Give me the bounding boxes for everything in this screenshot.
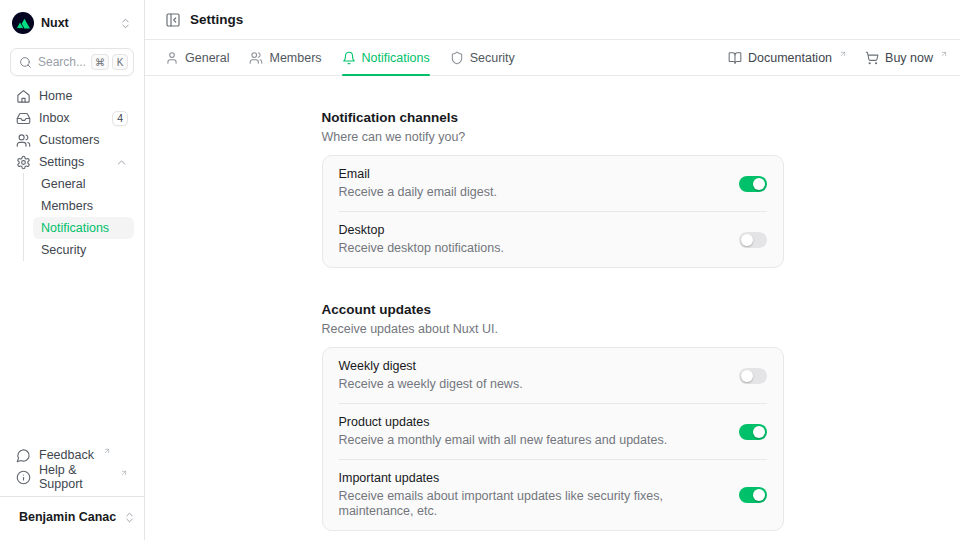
info-icon (16, 470, 31, 485)
toggle-knob (753, 178, 765, 190)
setting-text: Product updatesReceive a monthly email w… (339, 415, 723, 448)
tab-label: Security (470, 51, 515, 65)
tab-security[interactable]: Security (450, 40, 515, 75)
external-link-icon (103, 447, 111, 455)
sidebar-item-label: Inbox (39, 111, 70, 125)
chevron-up-icon (115, 156, 128, 169)
main-panel: Settings GeneralMembersNotificationsSecu… (145, 0, 960, 540)
tab-label: Notifications (362, 51, 430, 65)
sidebar-item-label: Customers (39, 133, 99, 147)
tab-members[interactable]: Members (249, 40, 321, 75)
toggle-important-updates[interactable] (739, 487, 767, 503)
kbd-k: K (112, 54, 128, 70)
search-icon (19, 56, 32, 69)
action-documentation[interactable]: Documentation (728, 51, 847, 65)
sidebar-item-customers[interactable]: Customers (10, 129, 134, 151)
tab-label: Members (269, 51, 321, 65)
sidebar-item-inbox[interactable]: Inbox4 (10, 107, 134, 129)
sidebar-subitem-notifications[interactable]: Notifications (33, 217, 134, 239)
gear-icon (16, 155, 31, 170)
settings-content: Notification channelsWhere can we notify… (145, 76, 960, 540)
setting-label: Important updates (339, 471, 723, 486)
toggle-knob (741, 234, 753, 246)
setting-text: Important updatesReceive emails about im… (339, 471, 723, 519)
sidebar-subitem-general[interactable]: General (33, 173, 134, 195)
bell-icon (342, 51, 356, 65)
section-title: Account updates (322, 302, 784, 318)
collapse-sidebar-icon[interactable] (165, 12, 181, 28)
setting-description: Receive a daily email digest. (339, 185, 723, 200)
titlebar: Settings (145, 0, 960, 40)
tab-general[interactable]: General (165, 40, 229, 75)
sidebar-subitem-security[interactable]: Security (33, 239, 134, 261)
setting-label: Email (339, 167, 723, 182)
section-description: Where can we notify you? (322, 130, 784, 145)
setting-row-email: EmailReceive a daily email digest. (339, 156, 767, 211)
inbox-icon (16, 111, 31, 126)
search-shortcuts: ⌘K (91, 54, 128, 70)
sidebar-item-home[interactable]: Home (10, 85, 134, 107)
toggle-desktop[interactable] (739, 232, 767, 248)
settings-tabs: GeneralMembersNotificationsSecurity (165, 40, 515, 75)
sidebar-footer: FeedbackHelp & Support (10, 444, 134, 488)
page-title: Settings (190, 12, 243, 27)
chevrons-up-down-icon (119, 17, 132, 30)
home-icon (16, 89, 31, 104)
book-icon (728, 51, 742, 65)
external-link-icon (120, 469, 128, 477)
message-icon (16, 448, 31, 463)
setting-row-desktop: DesktopReceive desktop notifications. (339, 211, 767, 267)
sidebar-link-label: Feedback (39, 448, 94, 462)
settings-sections: Notification channelsWhere can we notify… (322, 110, 784, 531)
chevrons-up-down-icon (123, 511, 136, 524)
action-label: Buy now (885, 51, 933, 65)
users-icon (16, 133, 31, 148)
tab-notifications[interactable]: Notifications (342, 40, 430, 75)
setting-text: DesktopReceive desktop notifications. (339, 223, 723, 256)
setting-row-product-updates: Product updatesReceive a monthly email w… (339, 403, 767, 459)
setting-text: EmailReceive a daily email digest. (339, 167, 723, 200)
setting-description: Receive desktop notifications. (339, 241, 723, 256)
sidebar-item-settings[interactable]: Settings (10, 151, 134, 173)
section-description: Receive updates about Nuxt UI. (322, 322, 784, 337)
toolbar: GeneralMembersNotificationsSecurity Docu… (145, 40, 960, 76)
user-menu[interactable]: Benjamin Canac (0, 496, 144, 530)
sidebar-nav: HomeInbox4CustomersSettingsGeneralMember… (10, 85, 134, 261)
action-buy-now[interactable]: Buy now (865, 51, 948, 65)
org-name: Nuxt (41, 16, 69, 30)
toolbar-actions: DocumentationBuy now (728, 51, 948, 65)
section-notification-channels: Notification channelsWhere can we notify… (322, 110, 784, 268)
org-switcher[interactable]: Nuxt (10, 10, 134, 36)
setting-label: Product updates (339, 415, 723, 430)
user-name: Benjamin Canac (19, 510, 116, 524)
kbd-: ⌘ (91, 54, 109, 70)
sidebar-link-help-support[interactable]: Help & Support (10, 466, 134, 488)
toggle-weekly-digest[interactable] (739, 368, 767, 384)
setting-row-weekly-digest: Weekly digestReceive a weekly digest of … (339, 348, 767, 403)
setting-description: Receive a weekly digest of news. (339, 377, 723, 392)
toggle-email[interactable] (739, 176, 767, 192)
sidebar-link-label: Help & Support (39, 463, 111, 491)
section-title: Notification channels (322, 110, 784, 126)
external-link-icon (940, 50, 948, 58)
setting-row-important-updates: Important updatesReceive emails about im… (339, 459, 767, 530)
setting-description: Receive a monthly email with all new fea… (339, 433, 723, 448)
toggle-product-updates[interactable] (739, 424, 767, 440)
action-label: Documentation (748, 51, 832, 65)
sidebar-sublist: GeneralMembersNotificationsSecurity (23, 173, 134, 261)
toggle-knob (741, 370, 753, 382)
tab-label: General (185, 51, 229, 65)
setting-text: Weekly digestReceive a weekly digest of … (339, 359, 723, 392)
external-link-icon (839, 50, 847, 58)
search-input[interactable]: Search... ⌘K (10, 48, 134, 76)
setting-description: Receive emails about important updates l… (339, 489, 723, 519)
sidebar-subitem-members[interactable]: Members (33, 195, 134, 217)
settings-card: EmailReceive a daily email digest.Deskto… (322, 155, 784, 268)
toggle-knob (753, 489, 765, 501)
sidebar: Nuxt Search... ⌘K HomeInbox4CustomersSet… (0, 0, 145, 540)
inbox-count-badge: 4 (112, 111, 128, 126)
setting-label: Desktop (339, 223, 723, 238)
toggle-knob (753, 426, 765, 438)
setting-label: Weekly digest (339, 359, 723, 374)
search-placeholder: Search... (38, 55, 85, 69)
